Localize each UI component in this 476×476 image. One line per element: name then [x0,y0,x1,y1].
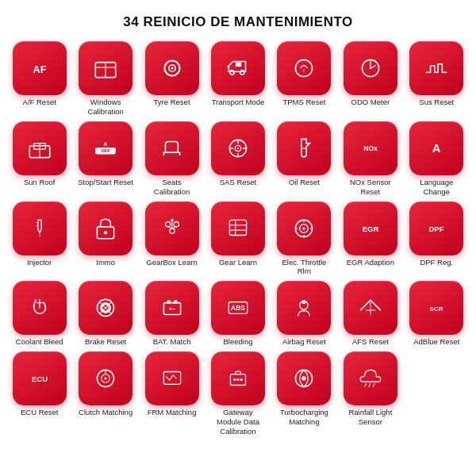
icon-box-sun-roof [13,121,67,175]
svg-line-33 [167,226,171,228]
icon-box-coolant-bleed [13,281,67,335]
item-airbag-reset[interactable]: Airbag Reset [273,281,336,347]
item-turbocharging[interactable]: Turbocharging Matching [273,351,336,436]
icon-box-sus-reset [409,41,463,95]
item-nox-sensor-reset[interactable]: NOxNOx Sensor Reset [339,121,401,197]
icon-box-clutch-matching [79,351,132,405]
item-frm-matching[interactable]: FRM Matching [140,351,203,436]
item-bleeding[interactable]: ABS Bleeding [206,281,269,347]
icon-box-stop-start-reset: A OFF [79,121,132,175]
gearbox-icon [158,214,186,243]
label-turbocharging: Turbocharging Matching [276,408,332,427]
item-odo-meter[interactable]: ODO Meter [339,41,401,117]
svg-point-29 [104,231,107,234]
adblue-icon: SCR [422,294,451,322]
label-gateway-module: Gateway Module Data Calibration [210,408,266,436]
svg-point-13 [370,67,372,70]
item-dpf-reg[interactable]: DPFDPF Reg. [405,202,468,277]
item-afs-reset[interactable]: AFS Reset [339,281,401,347]
svg-line-72 [369,383,370,386]
svg-point-8 [240,71,244,75]
frm-icon [158,364,186,393]
label-tpms-reset: TPMS Reset [282,98,325,107]
icon-box-airbag-reset [277,281,331,335]
icon-box-elec-throttle [277,202,331,255]
icon-box-oil-reset [277,121,331,175]
item-sun-roof[interactable]: Sun Roof [8,121,71,197]
item-windows-calibration[interactable]: Windows Calibration [74,41,136,117]
sas-icon [224,134,252,163]
icon-box-tyre-reset [145,41,199,95]
label-sun-roof: Sun Roof [24,178,56,187]
label-nox-sensor-reset: NOx Sensor Reset [343,178,398,197]
rainfall-icon [356,364,385,393]
item-rainfall-light[interactable]: Rainfall Light Sensor [339,351,401,436]
immo-icon [91,214,120,243]
item-clutch-matching[interactable]: Clutch Matching [74,351,136,436]
item-bat-match[interactable]: +−BAT. Match [140,281,203,347]
item-gearbox-learn[interactable]: GearBox Learn [140,202,203,277]
tyre-icon [158,54,186,83]
svg-point-68 [240,378,243,381]
item-sas-reset[interactable]: SAS Reset [206,121,269,197]
item-tyre-reset[interactable]: Tyre Reset [140,41,203,117]
brake-icon [91,294,120,322]
item-coolant-bleed[interactable]: Coolant Bleed [8,281,71,347]
item-sus-reset[interactable]: Sus Reset [405,41,468,117]
item-af-reset[interactable]: AFA/F Reset [8,41,71,117]
svg-text:ECU: ECU [32,374,48,383]
label-ecu-reset: ECU Reset [21,408,59,417]
svg-rect-63 [163,372,180,385]
label-adblue-reset: AdBlue Reset [413,337,459,347]
svg-point-6 [171,67,173,69]
icon-box-gateway-module [211,351,265,405]
oil-icon [290,134,318,163]
item-gateway-module[interactable]: Gateway Module Data Calibration [206,351,269,436]
item-gear-learn[interactable]: Gear Learn [206,202,269,277]
item-injector[interactable]: Injector [8,202,71,277]
item-ecu-reset[interactable]: ECUECU Reset [8,351,71,436]
icon-box-ecu-reset: ECU [13,351,67,405]
odo-icon [356,54,385,83]
tpms-icon: ! [290,54,318,83]
transport-icon [224,54,252,83]
item-seats-calibration[interactable]: Seats Calibration [140,121,203,197]
icon-box-windows-calibration [79,41,132,95]
item-brake-reset[interactable]: Brake Reset [74,281,136,347]
gear-icon [224,214,252,243]
item-stop-start-reset[interactable]: A OFFStop/Start Reset [74,121,136,197]
item-egr-adaption[interactable]: EGREGR Adaption [339,202,401,277]
item-language-change[interactable]: ALanguage Change [405,121,468,197]
svg-rect-37 [229,220,246,235]
windows-icon [91,54,120,83]
svg-point-66 [233,378,236,381]
svg-point-22 [237,148,239,149]
icon-box-odo-meter [344,41,397,95]
label-frm-matching: FRM Matching [148,408,197,417]
svg-text:SCR: SCR [430,305,443,313]
item-elec-throttle[interactable]: Elec. Throttle Rlrn [273,202,336,277]
page: 34 REINICIO DE MANTENIMIENTO AFA/F Reset… [0,0,476,476]
icon-box-adblue-reset: SCR [409,281,463,335]
airbag-icon [290,294,318,322]
svg-point-32 [169,228,174,233]
svg-text:AF: AF [33,64,46,75]
svg-text:A: A [432,142,441,155]
icon-box-tpms-reset: ! [277,41,331,95]
icon-box-transport-mode [211,41,265,95]
svg-text:NOx: NOx [363,144,378,152]
icon-box-turbocharging [277,351,331,405]
icon-box-afs-reset [344,281,397,335]
icon-box-bleeding: ABS [211,281,265,335]
item-immo[interactable]: Immo [74,202,136,277]
sunroof-icon [25,134,54,163]
item-transport-mode[interactable]: Transport Mode [206,41,269,117]
item-adblue-reset[interactable]: SCRAdBlue Reset [405,281,468,347]
dpf-icon: DPF [422,214,451,243]
svg-rect-50 [174,301,177,304]
item-tpms-reset[interactable]: !TPMS Reset [273,41,336,117]
injector-icon [25,214,54,243]
item-oil-reset[interactable]: Oil Reset [273,121,336,197]
label-windows-calibration: Windows Calibration [78,98,133,117]
label-seats-calibration: Seats Calibration [144,178,200,197]
